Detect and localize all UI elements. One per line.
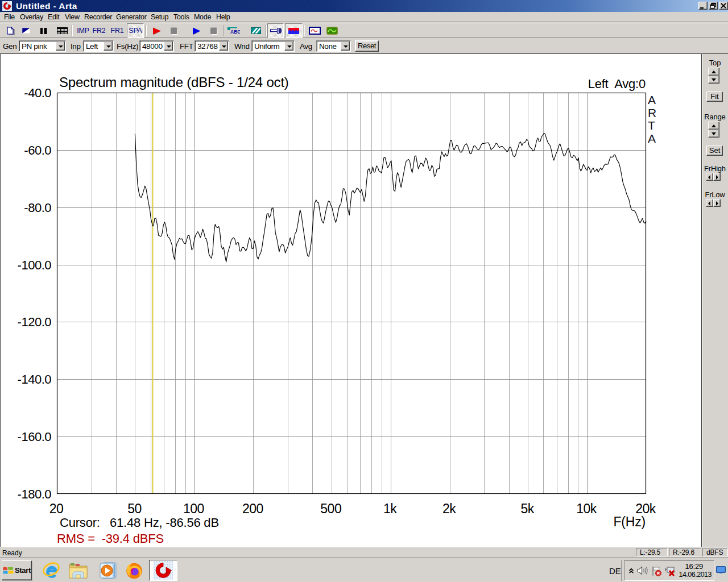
cursor-label: Cursor: [60,516,100,530]
sine-green-icon [326,27,338,35]
window-function-combo[interactable]: Uniform [251,40,295,52]
fit-button[interactable]: Fit [706,92,723,102]
system-tray: 16:29 14.06.2013 [624,560,714,581]
inp-combo-dropdown[interactable] [104,41,113,51]
menu-help[interactable]: Help [216,13,230,21]
range-down-spinner[interactable] [708,130,719,138]
y-tick-label: -100.0 [6,258,51,273]
y-tick-label: -140.0 [6,372,51,387]
imp-label: IMP [77,27,89,35]
frlow-left-button[interactable] [706,199,713,207]
overlay-button[interactable] [22,24,31,38]
show-desktop-icon[interactable] [716,566,726,575]
tray-date[interactable]: 14.06.2013 [679,571,712,579]
calibrate-button[interactable]: ABC [227,24,241,38]
frhigh-right-button[interactable] [713,173,721,181]
x-axis-title: F(Hz) [577,514,646,530]
wnd-combo-dropdown[interactable] [284,41,293,51]
fr2-mode-button[interactable]: FR2 [92,24,106,38]
internet-explorer-icon[interactable] [42,561,61,580]
y-tick-label: -180.0 [6,487,51,502]
microphone-icon [270,27,282,34]
top-down-spinner[interactable] [708,76,719,84]
play-button[interactable] [191,24,202,38]
record-button[interactable] [151,24,163,38]
menu-recorder[interactable]: Recorder [84,13,112,21]
avg-combo-dropdown[interactable] [341,41,350,51]
network-status-icon[interactable] [664,566,676,576]
right-level-box: R:-29.6 [669,548,701,556]
wnd-label: Wnd [234,42,250,51]
set-button[interactable]: Set [706,146,723,156]
menu-setup[interactable]: Setup [151,13,168,21]
fft-size-combo[interactable]: 32768 [195,40,229,52]
action-center-flag-icon[interactable] [651,566,661,576]
svg-text:ABC: ABC [230,29,240,34]
frhigh-left-button[interactable] [706,173,713,181]
menu-overlay[interactable]: Overlay [20,13,43,21]
averaging-combo[interactable]: None [316,40,351,52]
restore-button[interactable] [709,2,718,10]
fs-combo-dropdown[interactable] [164,41,173,51]
menu-file[interactable]: File [4,13,15,21]
frlow-right-button[interactable] [713,199,721,207]
data-table-button[interactable] [56,24,68,38]
show-hidden-icons-chevron[interactable] [628,568,634,574]
language-indicator[interactable]: DE [609,566,621,576]
gen-value: PN pink [22,42,47,51]
taskbar: Start DE [0,558,728,582]
fr1-mode-button[interactable]: FR1 [110,24,125,38]
menu-view[interactable]: View [65,13,80,21]
media-player-icon[interactable] [98,561,118,580]
generator-type-combo[interactable]: PN pink [19,40,66,52]
input-channel-combo[interactable]: Left [83,40,114,52]
menu-generator[interactable]: Generator [116,13,147,21]
frlow-label: FrLow [702,190,728,199]
generator-setup-button[interactable] [326,24,338,38]
right-arrow-icon [716,175,718,180]
new-document-button[interactable] [5,24,17,38]
stop-play-button[interactable] [208,24,220,38]
top-up-spinner[interactable] [708,68,719,76]
range-up-spinner[interactable] [708,122,719,130]
x-tick-label: 5k [502,501,553,517]
gen-combo-dropdown[interactable] [56,41,65,51]
stop-record-button[interactable] [168,24,180,38]
inp-label: Inp [71,42,81,51]
tray-separator [621,560,622,581]
avg-label: Avg [300,42,312,51]
tray-clock[interactable]: 16:29 [685,562,703,571]
play-blue-icon [192,27,201,35]
signal-view-button[interactable] [285,23,303,38]
signal-generator-button[interactable] [308,24,321,38]
pause-button[interactable] [38,24,48,38]
app-icon [2,1,12,11]
y-tick-label: -80.0 [6,201,51,215]
spa-mode-button[interactable]: SPA [127,23,144,38]
fft-combo-dropdown[interactable] [219,41,228,51]
chevron-down-icon [344,45,348,48]
volume-icon[interactable] [637,566,648,575]
gen-label: Gen [3,42,16,51]
stop-icon [170,27,178,35]
imp-mode-button[interactable]: IMP [76,24,90,38]
reset-button[interactable]: Reset [355,40,379,52]
x-tick-label: 100 [168,501,219,517]
windows-explorer-icon[interactable] [68,561,89,580]
microphone-button[interactable] [267,23,284,38]
waveform-icon [288,28,299,34]
start-button[interactable]: Start [2,560,32,580]
chevron-down-icon [167,45,171,48]
range-label: Range [702,113,728,121]
close-button[interactable] [719,2,728,10]
spectral-overlay-button[interactable] [250,24,262,38]
arta-taskbar-button[interactable] [149,560,177,581]
spectrum-plot[interactable] [1,54,701,547]
minimize-button[interactable] [698,2,708,10]
menu-edit[interactable]: Edit [48,13,59,21]
firefox-icon[interactable] [125,561,144,580]
sample-rate-combo[interactable]: 48000 [139,40,174,52]
menu-tools[interactable]: Tools [173,13,189,21]
left-arrow-icon [708,201,710,206]
menu-mode[interactable]: Mode [194,13,211,21]
